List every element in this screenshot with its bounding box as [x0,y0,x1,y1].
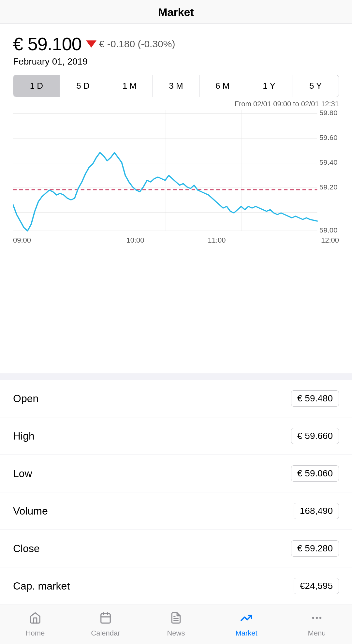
tab-news-label: News [167,629,185,637]
stat-label-open: Open [13,393,38,405]
stat-label-cap-market: Cap. market [13,580,70,592]
price-change: € -0.180 (-0.30%) [99,38,175,50]
time-btn-5d[interactable]: 5 D [60,75,107,97]
svg-text:59.20: 59.20 [319,184,338,191]
main-content: € 59.100 € -0.180 (-0.30%) February 01, … [0,23,352,373]
time-btn-3m[interactable]: 3 M [153,75,199,97]
svg-rect-15 [101,614,110,623]
time-btn-1y[interactable]: 1 Y [246,75,293,97]
svg-point-24 [319,617,321,619]
stat-value-high: € 59.660 [291,428,339,444]
time-btn-1m[interactable]: 1 M [106,75,153,97]
stat-label-low: Low [13,468,32,480]
stat-row-low: Low € 59.060 [0,455,352,492]
price-value: € 59.100 [13,33,81,54]
x-label-0900: 09:00 [13,236,95,245]
price-change-container: € -0.180 (-0.30%) [86,38,175,50]
stat-row-cap-market: Cap. market €24,595 [0,567,352,605]
menu-icon [311,612,323,627]
price-section: € 59.100 € -0.180 (-0.30%) February 01, … [13,33,339,67]
tab-bar: Home Calendar News [0,605,352,644]
down-arrow-icon [86,40,96,48]
tab-news[interactable]: News [141,605,211,644]
stat-label-close: Close [13,543,40,555]
tab-calendar-label: Calendar [91,629,120,637]
tab-calendar[interactable]: Calendar [70,605,141,644]
tab-market[interactable]: Market [211,605,282,644]
chart-svg: 59.80 59.60 59.40 59.20 59.00 [13,110,339,234]
price-date: February 01, 2019 [13,56,339,67]
stat-row-high: High € 59.660 [0,417,352,455]
chart-section: From 02/01 09:00 to 02/01 12:31 [13,100,339,245]
svg-text:59.00: 59.00 [319,227,338,234]
svg-text:59.80: 59.80 [319,110,338,116]
time-range-selector: 1 D 5 D 1 M 3 M 6 M 1 Y 5 Y [13,75,339,97]
time-btn-6m[interactable]: 6 M [199,75,246,97]
x-axis-labels: 09:00 10:00 11:00 12:00 [13,234,339,245]
stat-value-cap-market: €24,595 [294,578,339,594]
calendar-icon [99,612,112,627]
stat-value-open: € 59.480 [291,390,339,407]
stat-value-low: € 59.060 [291,465,339,482]
x-label-1000: 10:00 [95,236,176,245]
x-label-1200: 12:00 [257,236,339,245]
tab-home[interactable]: Home [0,605,70,644]
x-label-1100: 11:00 [176,236,257,245]
app-header: Market [0,0,352,23]
stat-value-volume: 168,490 [294,503,339,519]
news-icon [170,612,182,627]
chart-range-label: From 02/01 09:00 to 02/01 12:31 [13,100,339,108]
tab-menu[interactable]: Menu [282,605,352,644]
stat-label-volume: Volume [13,505,48,517]
time-btn-1d[interactable]: 1 D [13,75,60,97]
svg-text:59.60: 59.60 [319,134,338,141]
svg-point-22 [312,617,314,619]
stat-row-open: Open € 59.480 [0,380,352,417]
stat-value-close: € 59.280 [291,540,339,557]
home-icon [29,612,41,627]
tab-market-label: Market [235,629,257,637]
stat-label-high: High [13,430,35,442]
stat-row-volume: Volume 168,490 [0,492,352,530]
stat-row-close: Close € 59.280 [0,530,352,567]
tab-menu-label: Menu [308,629,326,637]
stats-section: Open € 59.480 High € 59.660 Low € 59.060… [0,380,352,605]
header-title: Market [158,6,194,18]
svg-point-23 [316,617,318,619]
market-icon [240,612,253,627]
tab-home-label: Home [26,629,45,637]
time-btn-5y[interactable]: 5 Y [292,75,339,97]
svg-text:59.40: 59.40 [319,159,338,166]
chart-container: 59.80 59.60 59.40 59.20 59.00 [13,110,339,234]
price-row: € 59.100 € -0.180 (-0.30%) [13,33,339,54]
